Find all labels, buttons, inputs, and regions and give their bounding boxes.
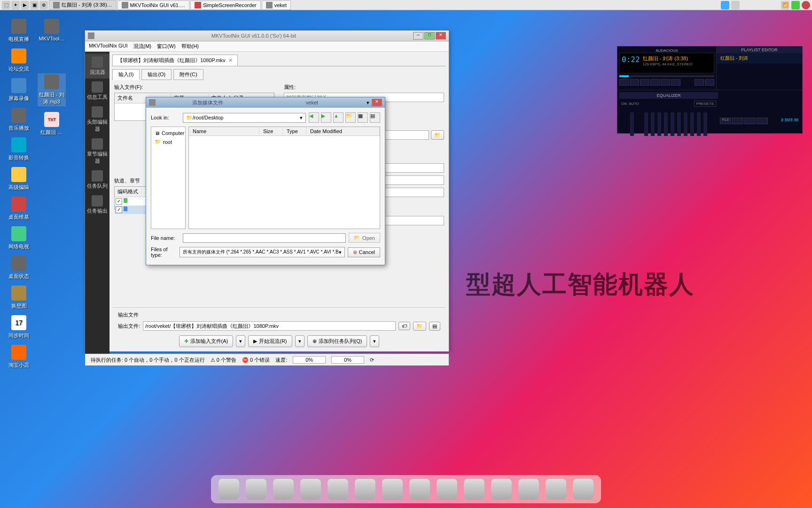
- eq-band-10[interactable]: [703, 112, 707, 136]
- track-checkbox-2[interactable]: ✓: [116, 206, 122, 213]
- next-button[interactable]: [661, 79, 670, 86]
- minimize-button[interactable]: ─: [413, 32, 423, 40]
- eq-on-label[interactable]: ON: [621, 102, 627, 106]
- eq-presets-button[interactable]: PRESETS: [694, 101, 716, 107]
- prev-button[interactable]: [619, 79, 629, 86]
- subtab-output[interactable]: 输出(O): [141, 69, 172, 80]
- cancel-button[interactable]: ⊗Cancel: [348, 247, 380, 257]
- taskbar-item-mkvtoolnix[interactable]: MKVToolNix GUI v61.…: [117, 0, 189, 10]
- eq-band-4[interactable]: [664, 112, 668, 136]
- desktop-icon-deskstat[interactable]: 桌面状态: [5, 256, 33, 280]
- lookin-combo[interactable]: 📁 /root/Desktop▾: [183, 113, 306, 123]
- detailview-button[interactable]: ▤: [370, 112, 380, 123]
- desktop-icon-screenrec[interactable]: 屏幕录像: [5, 78, 33, 102]
- eq-band-5[interactable]: [671, 112, 674, 136]
- dock-item-2[interactable]: [246, 479, 266, 500]
- playlist-item[interactable]: 红颜旧 - 刘涛: [717, 53, 802, 64]
- pl-misc-button[interactable]: [757, 118, 768, 124]
- repeat-button[interactable]: [705, 79, 714, 86]
- back-button[interactable]: ◀: [309, 112, 319, 123]
- tray-icon-2[interactable]: ▶: [21, 1, 29, 9]
- desktop-icon-txt[interactable]: TXT红颜旧 …: [38, 112, 66, 136]
- desktop-icon-mkvtool[interactable]: MKVTool…: [38, 19, 66, 41]
- sidebar-header[interactable]: 头部编辑器: [85, 103, 109, 135]
- col-type[interactable]: Type: [283, 127, 306, 135]
- eq-auto-label[interactable]: AUTO: [629, 102, 639, 106]
- play-button[interactable]: [630, 79, 639, 86]
- col-name[interactable]: Name: [189, 127, 259, 135]
- output-browse-button[interactable]: 📁: [413, 322, 426, 331]
- desktop-icon-editor[interactable]: 高级编辑: [5, 167, 33, 191]
- pause-button[interactable]: [640, 79, 649, 86]
- desktop-icon-wallpaper[interactable]: 换壁图: [5, 286, 33, 310]
- dock-item-13[interactable]: [546, 479, 566, 500]
- sidebar-queue[interactable]: 任务队列: [85, 167, 109, 192]
- dock-item-5[interactable]: [328, 479, 348, 500]
- sidebar-info[interactable]: 信息工具: [85, 79, 109, 103]
- taskbar-item-veket[interactable]: veket: [262, 0, 291, 10]
- taskbar-item-audacious[interactable]: 红颜旧 - 刘涛 (3:38)…: [49, 0, 117, 10]
- record-status-icon[interactable]: [802, 1, 810, 9]
- menu-window[interactable]: 窗口(W): [157, 43, 176, 50]
- col-size[interactable]: Size: [259, 127, 283, 135]
- dock-item-9[interactable]: [437, 479, 457, 500]
- listview-button[interactable]: ▦: [358, 112, 368, 123]
- network-icon[interactable]: 📶: [781, 1, 789, 9]
- col-date[interactable]: Date Modified: [306, 127, 380, 135]
- place-computer[interactable]: 🖥Computer: [153, 129, 183, 137]
- dialog-close-button[interactable]: ✕: [372, 99, 382, 106]
- desktop-icon-taobao[interactable]: 淘宝小店: [5, 345, 33, 369]
- eq-band-2[interactable]: [651, 112, 655, 136]
- document-tab[interactable]: 【琅琊榜】刘涛献唱插曲《红颜旧》1080P.mkv ✕: [112, 55, 238, 66]
- menu-help[interactable]: 帮助(H): [181, 43, 199, 50]
- taskbar-item-ssr[interactable]: SimpleScreenRecorder: [190, 0, 261, 10]
- filename-input[interactable]: [183, 233, 346, 243]
- track-checkbox-1[interactable]: ✓: [116, 198, 122, 205]
- eq-band-7[interactable]: [684, 112, 687, 136]
- dock-item-8[interactable]: [409, 479, 430, 500]
- stop-button[interactable]: [650, 79, 660, 86]
- eq-band-8[interactable]: [690, 112, 694, 136]
- place-root[interactable]: 📁root: [153, 137, 183, 146]
- desktop-icon-mp3[interactable]: 红颜旧 - 刘涛.mp3: [38, 73, 66, 106]
- desktop-icon-music[interactable]: 音乐播放: [5, 108, 33, 132]
- audacious-window[interactable]: AUDACIOUS 0:22 红颜旧 - 刘涛 (3:38) 129 KBPS,…: [617, 46, 803, 134]
- dock-item-14[interactable]: [573, 479, 593, 500]
- subtab-attach[interactable]: 附件(C): [173, 69, 203, 80]
- sidebar-output[interactable]: 任务输出: [85, 192, 109, 217]
- start-mux-button[interactable]: ▶开始混流(R): [248, 335, 292, 347]
- tray-icon-3[interactable]: ▣: [30, 1, 39, 9]
- filetype-combo[interactable]: 所有支持的媒体文件 (*.264 *.265 *.AAC *.AC3 *.ASS…: [180, 247, 345, 257]
- dock-item-1[interactable]: [219, 479, 239, 500]
- close-button[interactable]: ✕: [436, 32, 446, 40]
- start-mux-dropdown[interactable]: ▾: [295, 335, 304, 347]
- sidebar-muxer[interactable]: 混流器: [85, 54, 109, 79]
- battery-icon[interactable]: [791, 1, 800, 9]
- add-queue-button[interactable]: ⊕添加到任务队列(Q): [307, 335, 367, 347]
- seek-bar[interactable]: [619, 75, 714, 77]
- workspace-icon[interactable]: [731, 1, 740, 9]
- tray-icon-4[interactable]: ⊕: [39, 1, 48, 9]
- dock-item-6[interactable]: [355, 479, 375, 500]
- eq-band-9[interactable]: [697, 112, 701, 136]
- desktop-icon-time[interactable]: 17同步时间: [5, 315, 33, 339]
- subtab-input[interactable]: 输入(I): [112, 69, 140, 80]
- forward-button[interactable]: ▶: [321, 112, 331, 123]
- open-button[interactable]: 📂Open: [349, 233, 380, 243]
- desktop-icon-convert[interactable]: 影音转换: [5, 137, 33, 161]
- tray-icon-1[interactable]: ✦: [11, 1, 20, 9]
- window-titlebar[interactable]: MKVToolNix GUI v61.0.0 ('So') 64-bit ─ □…: [85, 31, 449, 41]
- desktop-icon-forum[interactable]: 论坛交流: [5, 48, 33, 72]
- maximize-button[interactable]: □: [424, 32, 435, 40]
- desktop-icon-nettv[interactable]: 网络电视: [5, 226, 33, 250]
- up-button[interactable]: ▲: [333, 112, 344, 123]
- eject-button[interactable]: [671, 79, 680, 86]
- add-input-button[interactable]: ✚添加输入文件(A): [179, 335, 234, 347]
- dialog-min-icon[interactable]: ▾: [364, 100, 372, 106]
- eq-band-1[interactable]: [644, 112, 648, 136]
- dock-item-12[interactable]: [518, 479, 539, 500]
- output-path-input[interactable]: [143, 321, 396, 331]
- desktop-switcher-icon[interactable]: [721, 1, 729, 9]
- output-recent-button[interactable]: ▤: [429, 322, 440, 331]
- app-menu-icon[interactable]: ⬚: [2, 1, 10, 9]
